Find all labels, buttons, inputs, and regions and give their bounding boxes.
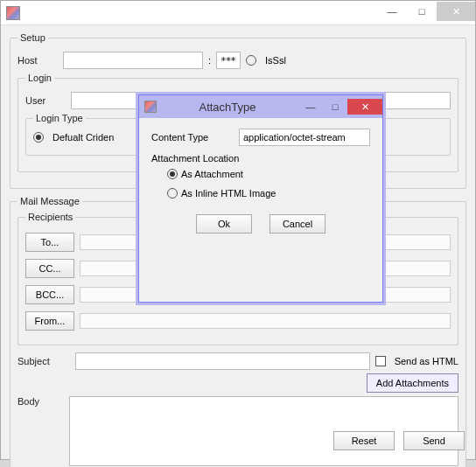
to-button[interactable]: To... bbox=[25, 233, 74, 252]
as-inline-label: As Inline HTML Image bbox=[181, 188, 276, 199]
send-as-html-label: Send as HTML bbox=[395, 356, 458, 366]
dialog-maximize-button[interactable]: □ bbox=[323, 99, 347, 115]
as-attachment-label: As Attachment bbox=[181, 169, 243, 179]
dialog-minimize-button[interactable]: — bbox=[298, 99, 323, 115]
send-button[interactable]: Send bbox=[403, 431, 465, 450]
dialog-app-icon bbox=[144, 101, 157, 113]
dialog-title: AttachType bbox=[157, 101, 298, 114]
isssl-radio[interactable] bbox=[246, 55, 256, 66]
cc-button[interactable]: CC... bbox=[25, 259, 74, 278]
host-input[interactable] bbox=[63, 52, 203, 69]
attachtype-dialog: AttachType — □ ✕ Content Type Attachment… bbox=[138, 94, 383, 303]
isssl-label: IsSsl bbox=[265, 55, 286, 66]
user-label: User bbox=[25, 95, 66, 106]
subject-label: Subject bbox=[18, 356, 70, 366]
as-inline-radio[interactable] bbox=[167, 188, 178, 199]
send-as-html-checkbox[interactable] bbox=[375, 356, 386, 366]
default-credentials-label: Defualt Criden bbox=[52, 132, 114, 143]
content-type-label: Content Type bbox=[151, 132, 232, 143]
from-field[interactable] bbox=[80, 313, 451, 329]
main-titlebar: — □ ✕ bbox=[1, 1, 475, 25]
host-label: Host bbox=[18, 55, 58, 66]
content-type-input[interactable] bbox=[239, 129, 370, 146]
default-credentials-radio[interactable] bbox=[33, 132, 44, 143]
setup-legend: Setup bbox=[18, 32, 48, 43]
reset-button[interactable]: Reset bbox=[333, 431, 395, 450]
minimize-button[interactable]: — bbox=[377, 2, 407, 21]
ok-button[interactable]: Ok bbox=[196, 214, 252, 234]
login-type-legend: Login Type bbox=[33, 113, 86, 123]
dialog-titlebar: AttachType — □ ✕ bbox=[139, 95, 382, 118]
app-icon bbox=[6, 6, 20, 20]
subject-input[interactable] bbox=[75, 352, 370, 370]
dialog-close-button[interactable]: ✕ bbox=[347, 99, 382, 115]
attachment-location-label: Attachment Location bbox=[151, 153, 370, 164]
login-legend: Login bbox=[25, 73, 54, 83]
mail-message-legend: Mail Message bbox=[18, 196, 82, 206]
body-label: Body bbox=[18, 396, 64, 407]
cancel-button[interactable]: Cancel bbox=[270, 214, 326, 234]
host-port-colon: : bbox=[208, 55, 211, 66]
close-button[interactable]: ✕ bbox=[437, 2, 475, 21]
port-input[interactable] bbox=[216, 52, 241, 69]
maximize-button[interactable]: □ bbox=[407, 2, 437, 21]
bcc-button[interactable]: BCC... bbox=[25, 285, 74, 304]
recipients-legend: Recipients bbox=[25, 212, 75, 222]
from-button[interactable]: From... bbox=[25, 311, 74, 331]
add-attachments-button[interactable]: Add Attachments bbox=[367, 373, 458, 393]
as-attachment-radio[interactable] bbox=[167, 169, 178, 179]
